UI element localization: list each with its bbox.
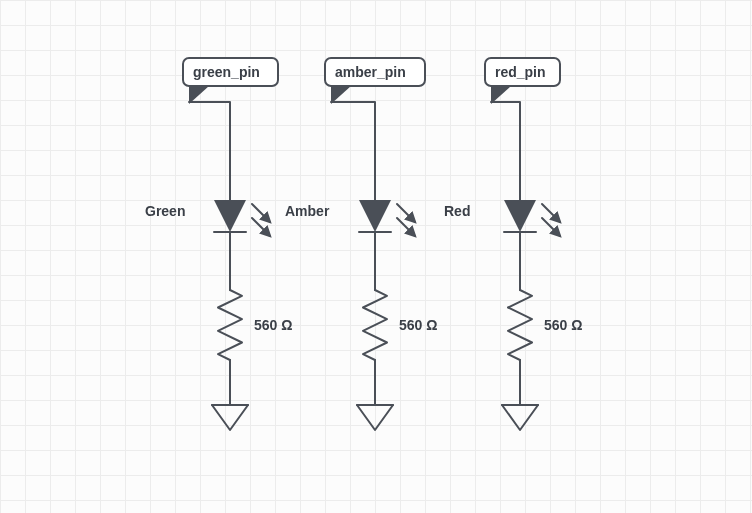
resistor-value: 560 Ω bbox=[399, 317, 437, 333]
led-icon bbox=[504, 200, 536, 232]
resistor-value: 560 Ω bbox=[254, 317, 292, 333]
wire-pin-to-led bbox=[189, 102, 230, 200]
led-icon bbox=[214, 200, 246, 232]
pin-label: amber_pin bbox=[335, 64, 406, 80]
resistor-value: 560 Ω bbox=[544, 317, 582, 333]
resistor-icon bbox=[218, 290, 242, 360]
wire-pin-to-led bbox=[331, 102, 375, 200]
pin-label: green_pin bbox=[193, 64, 260, 80]
led-branch: green_pinGreen560 Ω bbox=[145, 58, 292, 430]
led-branch: amber_pinAmber560 Ω bbox=[285, 58, 437, 430]
wire-pin-to-led bbox=[491, 102, 520, 200]
ground-icon bbox=[502, 405, 538, 430]
ground-icon bbox=[212, 405, 248, 430]
resistor-icon bbox=[363, 290, 387, 360]
led-label: Red bbox=[444, 203, 470, 219]
led-branch: red_pinRed560 Ω bbox=[444, 58, 582, 430]
pin-label: red_pin bbox=[495, 64, 546, 80]
resistor-icon bbox=[508, 290, 532, 360]
led-icon bbox=[359, 200, 391, 232]
schematic: green_pinGreen560 Ωamber_pinAmber560 Ωre… bbox=[0, 0, 752, 513]
led-label: Amber bbox=[285, 203, 330, 219]
ground-icon bbox=[357, 405, 393, 430]
led-label: Green bbox=[145, 203, 185, 219]
